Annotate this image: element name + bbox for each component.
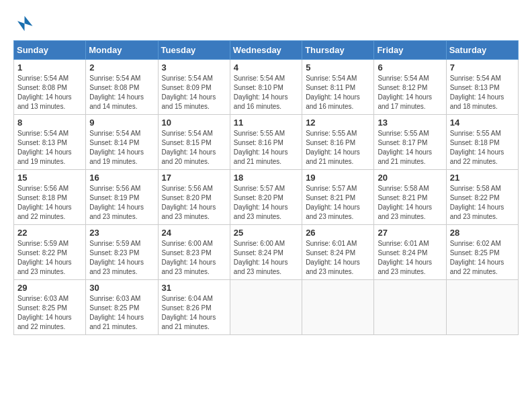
page-header: [13, 13, 519, 34]
calendar-table: SundayMondayTuesdayWednesdayThursdayFrid…: [13, 40, 519, 335]
day-info: Sunrise: 5:54 AM Sunset: 8:10 PM Dayligh…: [234, 74, 298, 111]
day-number: 21: [450, 173, 515, 183]
calendar-cell: 4Sunrise: 5:54 AM Sunset: 8:10 PM Daylig…: [230, 60, 302, 115]
day-info: Sunrise: 5:56 AM Sunset: 8:19 PM Dayligh…: [89, 184, 154, 222]
day-info: Sunrise: 6:01 AM Sunset: 8:24 PM Dayligh…: [378, 239, 442, 277]
calendar-cell: 27Sunrise: 6:01 AM Sunset: 8:24 PM Dayli…: [374, 225, 446, 280]
day-number: 12: [306, 118, 370, 128]
calendar-cell: 15Sunrise: 5:56 AM Sunset: 8:18 PM Dayli…: [14, 170, 86, 225]
day-header-sunday: Sunday: [14, 41, 86, 60]
calendar-cell: 1Sunrise: 5:54 AM Sunset: 8:08 PM Daylig…: [14, 60, 86, 115]
day-number: 14: [450, 118, 515, 128]
calendar-cell: [374, 280, 446, 335]
day-header-tuesday: Tuesday: [158, 41, 230, 60]
day-info: Sunrise: 5:59 AM Sunset: 8:23 PM Dayligh…: [89, 239, 154, 277]
day-number: 29: [17, 283, 82, 293]
day-number: 25: [234, 228, 298, 238]
calendar-cell: [446, 280, 518, 335]
calendar-week-3: 15Sunrise: 5:56 AM Sunset: 8:18 PM Dayli…: [14, 170, 519, 225]
day-number: 30: [89, 283, 154, 293]
day-number: 8: [17, 118, 82, 128]
day-number: 13: [378, 118, 442, 128]
calendar-week-4: 22Sunrise: 5:59 AM Sunset: 8:22 PM Dayli…: [14, 225, 519, 280]
day-header-saturday: Saturday: [446, 41, 518, 60]
day-header-friday: Friday: [374, 41, 446, 60]
calendar-week-1: 1Sunrise: 5:54 AM Sunset: 8:08 PM Daylig…: [14, 60, 519, 115]
day-number: 2: [89, 62, 154, 73]
day-number: 6: [378, 62, 442, 73]
calendar-cell: 18Sunrise: 5:57 AM Sunset: 8:20 PM Dayli…: [230, 170, 302, 225]
calendar-cell: 16Sunrise: 5:56 AM Sunset: 8:19 PM Dayli…: [86, 170, 158, 225]
calendar-cell: 17Sunrise: 5:56 AM Sunset: 8:20 PM Dayli…: [158, 170, 230, 225]
calendar-cell: [230, 280, 302, 335]
day-number: 26: [306, 228, 370, 238]
day-info: Sunrise: 6:04 AM Sunset: 8:26 PM Dayligh…: [162, 294, 226, 332]
calendar-cell: 23Sunrise: 5:59 AM Sunset: 8:23 PM Dayli…: [86, 225, 158, 280]
calendar-cell: 26Sunrise: 6:01 AM Sunset: 8:24 PM Dayli…: [302, 225, 374, 280]
calendar-cell: 7Sunrise: 5:54 AM Sunset: 8:13 PM Daylig…: [446, 60, 518, 115]
calendar-cell: 13Sunrise: 5:55 AM Sunset: 8:17 PM Dayli…: [374, 115, 446, 170]
calendar-cell: 28Sunrise: 6:02 AM Sunset: 8:25 PM Dayli…: [446, 225, 518, 280]
day-number: 11: [234, 118, 298, 128]
day-number: 31: [162, 283, 226, 293]
day-number: 4: [234, 62, 298, 73]
calendar-cell: 14Sunrise: 5:55 AM Sunset: 8:18 PM Dayli…: [446, 115, 518, 170]
calendar-cell: 30Sunrise: 6:03 AM Sunset: 8:25 PM Dayli…: [86, 280, 158, 335]
day-info: Sunrise: 6:03 AM Sunset: 8:25 PM Dayligh…: [89, 294, 154, 332]
day-info: Sunrise: 5:55 AM Sunset: 8:17 PM Dayligh…: [378, 129, 442, 167]
calendar-cell: 19Sunrise: 5:57 AM Sunset: 8:21 PM Dayli…: [302, 170, 374, 225]
calendar-cell: 9Sunrise: 5:54 AM Sunset: 8:14 PM Daylig…: [86, 115, 158, 170]
day-info: Sunrise: 5:54 AM Sunset: 8:13 PM Dayligh…: [17, 129, 82, 167]
day-info: Sunrise: 5:56 AM Sunset: 8:20 PM Dayligh…: [162, 184, 226, 222]
day-info: Sunrise: 6:01 AM Sunset: 8:24 PM Dayligh…: [306, 239, 370, 277]
day-number: 10: [162, 118, 226, 128]
day-header-wednesday: Wednesday: [230, 41, 302, 60]
day-number: 22: [17, 228, 82, 238]
calendar-cell: 21Sunrise: 5:58 AM Sunset: 8:22 PM Dayli…: [446, 170, 518, 225]
day-number: 20: [378, 173, 442, 183]
day-number: 7: [450, 62, 515, 73]
day-number: 15: [17, 173, 82, 183]
day-header-monday: Monday: [86, 41, 158, 60]
calendar-cell: 6Sunrise: 5:54 AM Sunset: 8:12 PM Daylig…: [374, 60, 446, 115]
day-info: Sunrise: 5:58 AM Sunset: 8:21 PM Dayligh…: [378, 184, 442, 222]
day-info: Sunrise: 5:57 AM Sunset: 8:21 PM Dayligh…: [306, 184, 370, 222]
day-info: Sunrise: 6:03 AM Sunset: 8:25 PM Dayligh…: [17, 294, 82, 332]
day-info: Sunrise: 5:55 AM Sunset: 8:16 PM Dayligh…: [234, 129, 298, 167]
day-info: Sunrise: 5:54 AM Sunset: 8:14 PM Dayligh…: [89, 129, 154, 167]
day-info: Sunrise: 6:00 AM Sunset: 8:24 PM Dayligh…: [234, 239, 298, 277]
day-info: Sunrise: 6:00 AM Sunset: 8:23 PM Dayligh…: [162, 239, 226, 277]
day-number: 18: [234, 173, 298, 183]
calendar-header-row: SundayMondayTuesdayWednesdayThursdayFrid…: [14, 41, 519, 60]
day-info: Sunrise: 5:58 AM Sunset: 8:22 PM Dayligh…: [450, 184, 515, 222]
calendar-cell: 29Sunrise: 6:03 AM Sunset: 8:25 PM Dayli…: [14, 280, 86, 335]
day-number: 24: [162, 228, 226, 238]
calendar-cell: 25Sunrise: 6:00 AM Sunset: 8:24 PM Dayli…: [230, 225, 302, 280]
day-number: 28: [450, 228, 515, 238]
calendar-cell: 2Sunrise: 5:54 AM Sunset: 8:08 PM Daylig…: [86, 60, 158, 115]
day-info: Sunrise: 5:59 AM Sunset: 8:22 PM Dayligh…: [17, 239, 82, 277]
calendar-week-5: 29Sunrise: 6:03 AM Sunset: 8:25 PM Dayli…: [14, 280, 519, 335]
calendar-cell: 24Sunrise: 6:00 AM Sunset: 8:23 PM Dayli…: [158, 225, 230, 280]
logo-icon: [13, 13, 34, 34]
day-info: Sunrise: 5:54 AM Sunset: 8:08 PM Dayligh…: [17, 74, 82, 111]
day-number: 27: [378, 228, 442, 238]
day-number: 19: [306, 173, 370, 183]
day-info: Sunrise: 5:54 AM Sunset: 8:11 PM Dayligh…: [306, 74, 370, 111]
day-number: 16: [89, 173, 154, 183]
day-info: Sunrise: 5:57 AM Sunset: 8:20 PM Dayligh…: [234, 184, 298, 222]
day-number: 5: [306, 62, 370, 73]
day-info: Sunrise: 5:54 AM Sunset: 8:15 PM Dayligh…: [162, 129, 226, 167]
day-number: 23: [89, 228, 154, 238]
calendar-cell: 5Sunrise: 5:54 AM Sunset: 8:11 PM Daylig…: [302, 60, 374, 115]
calendar-cell: [302, 280, 374, 335]
calendar-cell: 3Sunrise: 5:54 AM Sunset: 8:09 PM Daylig…: [158, 60, 230, 115]
day-number: 9: [89, 118, 154, 128]
day-number: 17: [162, 173, 226, 183]
day-number: 3: [162, 62, 226, 73]
day-info: Sunrise: 5:55 AM Sunset: 8:16 PM Dayligh…: [306, 129, 370, 167]
day-info: Sunrise: 5:54 AM Sunset: 8:13 PM Dayligh…: [450, 74, 515, 111]
day-info: Sunrise: 5:54 AM Sunset: 8:09 PM Dayligh…: [162, 74, 226, 111]
calendar-cell: 10Sunrise: 5:54 AM Sunset: 8:15 PM Dayli…: [158, 115, 230, 170]
calendar-week-2: 8Sunrise: 5:54 AM Sunset: 8:13 PM Daylig…: [14, 115, 519, 170]
